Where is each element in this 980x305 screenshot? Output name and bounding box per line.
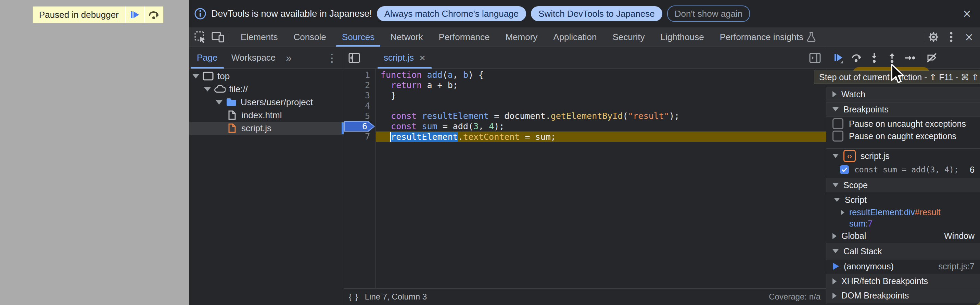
scope-var-name: resultElement bbox=[849, 207, 902, 217]
step-into-button[interactable] bbox=[865, 49, 883, 67]
gutter-line-7[interactable]: 7 bbox=[344, 132, 375, 142]
sources-panel: Page Workspace » ⋮ top bbox=[189, 47, 980, 305]
breakpoint-entry[interactable]: const sum = add(3, 4); 6 bbox=[826, 163, 980, 177]
pause-caught-exceptions-row[interactable]: Pause on caught exceptions bbox=[826, 129, 980, 142]
gutter-line-1[interactable]: 1 bbox=[344, 70, 375, 80]
pause-uncaught-checkbox[interactable] bbox=[832, 118, 843, 129]
tree-item-project-folder[interactable]: Users/user/project bbox=[189, 96, 344, 109]
paused-banner-label: Paused in debugger bbox=[33, 6, 125, 23]
tab-sources[interactable]: Sources bbox=[334, 27, 382, 46]
resume-script-button[interactable] bbox=[125, 6, 144, 23]
notification-bar: DevTools is now available in Japanese! A… bbox=[189, 0, 980, 27]
scope-var-sum[interactable]: sum: 7 bbox=[826, 218, 980, 229]
code-line-1[interactable]: function add(a, b) { bbox=[376, 70, 826, 80]
tab-security[interactable]: Security bbox=[605, 27, 653, 46]
code-line-3[interactable]: } bbox=[376, 91, 826, 101]
more-options-button[interactable] bbox=[942, 27, 960, 46]
section-dom-breakpoints[interactable]: DOM Breakpoints bbox=[826, 288, 980, 303]
section-breakpoints[interactable]: Breakpoints bbox=[826, 102, 980, 117]
tree-item-file-protocol[interactable]: file:// bbox=[189, 83, 344, 96]
call-stack-frame[interactable]: (anonymous) script.js:7 bbox=[826, 259, 980, 273]
tab-console[interactable]: Console bbox=[285, 27, 334, 46]
tab-memory[interactable]: Memory bbox=[497, 27, 545, 46]
gutter-line-6[interactable]: 6 bbox=[344, 121, 375, 132]
code-line-5[interactable]: const resultElement = document.getElemen… bbox=[376, 111, 826, 121]
scope-var-value-tag: div bbox=[904, 207, 915, 217]
navigator-tab-strip: Page Workspace » ⋮ bbox=[189, 47, 344, 69]
step-into-icon bbox=[869, 53, 879, 63]
caret-right-icon bbox=[832, 278, 837, 284]
step-over-banner-button[interactable] bbox=[144, 6, 163, 23]
close-tab-icon[interactable]: × bbox=[419, 52, 425, 64]
toolbar-divider bbox=[230, 31, 230, 43]
hide-navigator-button[interactable] bbox=[347, 50, 362, 65]
section-call-stack[interactable]: Call Stack bbox=[826, 243, 980, 259]
caret-down-icon[interactable] bbox=[204, 87, 211, 91]
caret-down-icon[interactable] bbox=[215, 100, 223, 104]
switch-to-japanese-button[interactable]: Switch DevTools to Japanese bbox=[531, 6, 662, 21]
pretty-print-button[interactable]: { } bbox=[349, 292, 359, 302]
coverage-status: Coverage: n/a bbox=[769, 292, 821, 302]
toolbar-divider bbox=[923, 31, 923, 43]
paused-in-debugger-banner: Paused in debugger bbox=[32, 6, 164, 23]
caret-down-icon[interactable] bbox=[192, 74, 200, 78]
tree-item-index-html[interactable]: index.html bbox=[189, 109, 344, 122]
tree-item-label: index.html bbox=[241, 110, 282, 121]
editor-tab-script-js[interactable]: script.js × bbox=[377, 47, 432, 69]
devtools-close-button[interactable]: × bbox=[960, 27, 978, 46]
section-watch[interactable]: Watch bbox=[826, 87, 980, 101]
notification-close-button[interactable]: × bbox=[959, 6, 975, 21]
tab-application[interactable]: Application bbox=[545, 27, 605, 46]
section-xhr-breakpoints[interactable]: XHR/fetch Breakpoints bbox=[826, 274, 980, 289]
section-label: Scope bbox=[843, 180, 868, 190]
section-label: Watch bbox=[842, 89, 865, 99]
panel-tabs: Elements Console Sources Network Perform… bbox=[233, 27, 824, 46]
code-editor[interactable]: 1234567 function add(a, b) { return a + … bbox=[344, 69, 826, 289]
scope-group-label: Script bbox=[845, 195, 867, 205]
settings-button[interactable] bbox=[924, 27, 942, 46]
more-tabs-button[interactable]: » bbox=[286, 52, 292, 64]
code-lines[interactable]: function add(a, b) { return a + b; } con… bbox=[376, 69, 826, 142]
tab-performance[interactable]: Performance bbox=[431, 27, 498, 46]
resume-button[interactable] bbox=[830, 49, 848, 67]
tab-elements[interactable]: Elements bbox=[233, 27, 285, 46]
step-over-button[interactable] bbox=[848, 49, 865, 67]
scope-script-group[interactable]: Script bbox=[826, 193, 980, 206]
toggle-device-toolbar-button[interactable] bbox=[209, 27, 227, 46]
section-scope[interactable]: Scope bbox=[826, 178, 980, 192]
gutter-line-3[interactable]: 3 bbox=[344, 91, 375, 101]
pane-divider[interactable] bbox=[344, 47, 344, 305]
editor-gutter[interactable]: 1234567 bbox=[344, 69, 376, 289]
tab-network[interactable]: Network bbox=[382, 27, 431, 46]
gutter-line-2[interactable]: 2 bbox=[344, 80, 375, 91]
tree-item-label: top bbox=[217, 71, 230, 81]
gutter-line-5[interactable]: 5 bbox=[344, 111, 375, 121]
breakpoint-marker[interactable]: 6 bbox=[344, 121, 375, 132]
pause-uncaught-exceptions-row[interactable]: Pause on uncaught exceptions bbox=[826, 117, 980, 130]
breakpoint-checkbox[interactable] bbox=[840, 165, 849, 174]
scope-global-group[interactable]: Global Window bbox=[826, 230, 980, 242]
scope-var-resultelement[interactable]: resultElement: div#result bbox=[826, 207, 980, 218]
always-match-language-button[interactable]: Always match Chrome's language bbox=[377, 6, 526, 21]
tree-item-script-js[interactable]: script.js bbox=[189, 122, 344, 135]
pause-caught-checkbox[interactable] bbox=[832, 131, 843, 142]
navigator-menu-button[interactable]: ⋮ bbox=[326, 51, 337, 64]
pane-divider[interactable] bbox=[826, 47, 826, 305]
show-debugger-sidebar-button[interactable] bbox=[808, 50, 822, 65]
code-line-2[interactable]: return a + b; bbox=[376, 80, 826, 91]
breakpoint-code: const sum = add(3, 4); bbox=[854, 165, 959, 174]
code-line-7[interactable]: resultElement.textContent = sum; bbox=[376, 132, 826, 142]
tab-performance-insights[interactable]: Performance insights bbox=[712, 27, 824, 46]
breakpoint-file-group[interactable]: ‹› script.js bbox=[826, 149, 980, 163]
flask-icon bbox=[807, 32, 816, 42]
code-line-6[interactable]: const sum = add(3, 4); bbox=[376, 121, 826, 132]
navigator-tab-workspace[interactable]: Workspace bbox=[224, 47, 283, 69]
tree-item-top[interactable]: top bbox=[189, 70, 344, 83]
code-line-4[interactable] bbox=[376, 101, 826, 111]
tab-lighthouse[interactable]: Lighthouse bbox=[652, 27, 712, 46]
navigator-tab-page[interactable]: Page bbox=[190, 47, 224, 69]
inspect-element-button[interactable] bbox=[191, 27, 209, 46]
dont-show-again-button[interactable]: Don't show again bbox=[667, 5, 750, 22]
gutter-line-4[interactable]: 4 bbox=[344, 101, 375, 111]
deactivate-breakpoints-button[interactable] bbox=[923, 49, 941, 67]
